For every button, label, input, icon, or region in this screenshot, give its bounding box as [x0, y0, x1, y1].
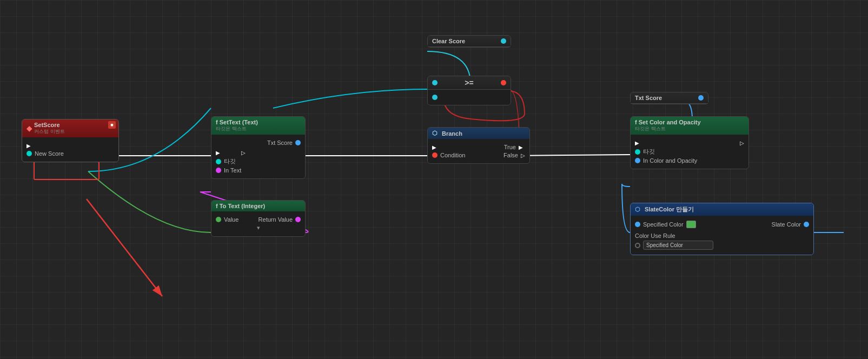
branch-exec-row: True	[432, 144, 525, 150]
settext-intext-label: In Text	[224, 167, 241, 174]
comp-out-pin[interactable]	[501, 80, 506, 85]
totext-chevron[interactable]: ▾	[257, 224, 260, 231]
newscore-label: New Score	[35, 150, 64, 157]
totext-header: f To Text (Integer)	[211, 201, 305, 211]
settext-header: f SetText (Text) 타깃은 텍스트	[211, 117, 305, 135]
settext-txtscore-label: Txt Score	[267, 139, 293, 146]
branch-true-label: True	[504, 144, 516, 150]
setcolor-subtitle: 타깃은 텍스트	[635, 125, 701, 132]
clearscore-pin[interactable]	[501, 38, 506, 44]
setcolor-title: f Set Color and Opacity	[635, 119, 701, 125]
branch-condition-label: Condition	[440, 152, 465, 158]
newscore-pin[interactable]	[26, 151, 32, 156]
setscore-body: New Score	[22, 137, 118, 162]
comp-in2-pin[interactable]	[432, 95, 438, 100]
clearscore-title: Clear Score	[432, 38, 465, 44]
branch-header: ⬡ Branch	[428, 128, 529, 139]
setscore-newscore-row: New Score	[26, 150, 114, 157]
settext-exec-in-row	[216, 149, 301, 156]
totext-expand-row: ▾	[216, 224, 301, 231]
txtscore-header: Txt Score	[631, 92, 708, 104]
txtscore-title: Txt Score	[635, 95, 662, 101]
setcolor-body: 타깃 In Color and Opacity	[631, 135, 748, 169]
setcolor-incolor-pin[interactable]	[635, 158, 640, 163]
settext-intext-pin[interactable]	[216, 168, 221, 173]
setscore-exec-row	[26, 142, 114, 149]
setcolor-target-label: 타깃	[643, 148, 655, 156]
settext-target-row: 타깃	[216, 157, 301, 165]
node-slatecolor: ⬡ SlateColor 만들기 Specified Color Slate C…	[630, 203, 814, 255]
setcolor-exec-out[interactable]	[740, 139, 744, 146]
slatecolor-speccolor-label: Specified Color	[643, 221, 684, 228]
slatecolor-speccolor-row: Specified Color Slate Color	[635, 221, 809, 228]
setscore-exec-pin[interactable]	[26, 142, 33, 149]
setscore-header: ◆ SetScore 커스텀 이벤트 ■	[22, 119, 118, 137]
branch-title: Branch	[442, 130, 462, 137]
settext-target-pin[interactable]	[216, 159, 221, 164]
totext-value-pin[interactable]	[216, 217, 221, 222]
node-comparator: >=	[427, 76, 511, 105]
node-setcolor: f Set Color and Opacity 타깃은 텍스트 타깃 In Co…	[630, 116, 749, 169]
node-totext: f To Text (Integer) Value Return Value ▾	[211, 200, 306, 237]
node-settext: f SetText (Text) 타깃은 텍스트 Txt Score 타깃 In…	[211, 116, 306, 179]
canvas-background	[0, 0, 868, 359]
slatecolor-color-swatch[interactable]	[686, 221, 696, 228]
node-branch: ⬡ Branch True Condition False	[427, 127, 530, 164]
settext-txtscore-pin[interactable]	[295, 140, 301, 145]
slatecolor-rule-pin[interactable]	[635, 243, 640, 248]
slatecolor-dropdown-row: Specified Color	[635, 241, 809, 250]
color-use-rule-select[interactable]: Specified Color	[643, 241, 713, 250]
branch-body: True Condition False	[428, 139, 529, 163]
slatecolor-coloruserule-row: Color Use Rule	[635, 232, 809, 239]
setcolor-incolor-row: In Color and Opacity	[635, 157, 744, 164]
clearscore-header: Clear Score	[428, 36, 511, 47]
branch-condition-pin[interactable]	[432, 152, 438, 158]
slatecolor-spec-in-pin[interactable]	[635, 222, 640, 227]
setcolor-target-pin[interactable]	[635, 149, 640, 155]
settext-intext-row: In Text	[216, 167, 301, 174]
settext-target-label: 타깃	[224, 157, 236, 165]
node-txtscore: Txt Score	[630, 92, 708, 104]
comparator-symbol: >=	[440, 78, 499, 87]
slatecolor-header: ⬡ SlateColor 만들기	[631, 203, 813, 216]
slatecolor-coloruserule-label: Color Use Rule	[635, 232, 675, 239]
totext-return-pin[interactable]	[295, 217, 301, 222]
settext-txtscore-row: Txt Score	[216, 139, 301, 146]
settext-subtitle: 타깃은 텍스트	[216, 125, 258, 132]
comparator-body	[428, 90, 511, 105]
slatecolor-title: SlateColor 만들기	[645, 205, 694, 214]
setcolor-exec-row	[635, 139, 744, 146]
branch-false-label: False	[503, 152, 518, 158]
setcolor-target-row: 타깃	[635, 148, 744, 156]
branch-false-pin[interactable]	[521, 152, 525, 158]
setcolor-exec-in[interactable]	[635, 139, 641, 146]
setcolor-incolor-label: In Color and Opacity	[643, 157, 697, 164]
comp-in2-row	[432, 95, 506, 100]
settext-exec-out[interactable]	[241, 149, 246, 156]
slatecolor-out-pin[interactable]	[804, 222, 809, 227]
totext-title: f To Text (Integer)	[216, 203, 265, 209]
slatecolor-icon: ⬡	[635, 206, 640, 213]
totext-body: Value Return Value ▾	[211, 211, 305, 236]
totext-return-label: Return Value	[259, 216, 293, 223]
setscore-icon: ◆	[26, 124, 32, 132]
branch-icon: ⬡	[432, 130, 438, 137]
slatecolor-body: Specified Color Slate Color Color Use Ru…	[631, 216, 813, 255]
comparator-header: >=	[428, 76, 511, 90]
node-clearscore: Clear Score	[427, 35, 511, 48]
branch-condition-row: Condition False	[432, 152, 525, 158]
txtscore-pin[interactable]	[698, 95, 704, 101]
setscore-close[interactable]: ■	[108, 121, 116, 129]
setcolor-header: f Set Color and Opacity 타깃은 텍스트	[631, 117, 748, 135]
settext-exec-in[interactable]	[216, 149, 222, 156]
setscore-subtitle: 커스텀 이벤트	[34, 128, 65, 135]
branch-true-pin[interactable]	[519, 144, 525, 150]
branch-exec-in[interactable]	[432, 144, 439, 150]
totext-pins-row: Value Return Value	[216, 216, 301, 223]
setscore-title: SetScore	[34, 122, 65, 128]
totext-value-label: Value	[224, 216, 238, 223]
settext-body: Txt Score 타깃 In Text	[211, 135, 305, 178]
comp-in1-pin[interactable]	[432, 80, 438, 85]
slatecolor-slate-label: Slate Color	[772, 221, 801, 228]
settext-title: f SetText (Text)	[216, 119, 258, 125]
